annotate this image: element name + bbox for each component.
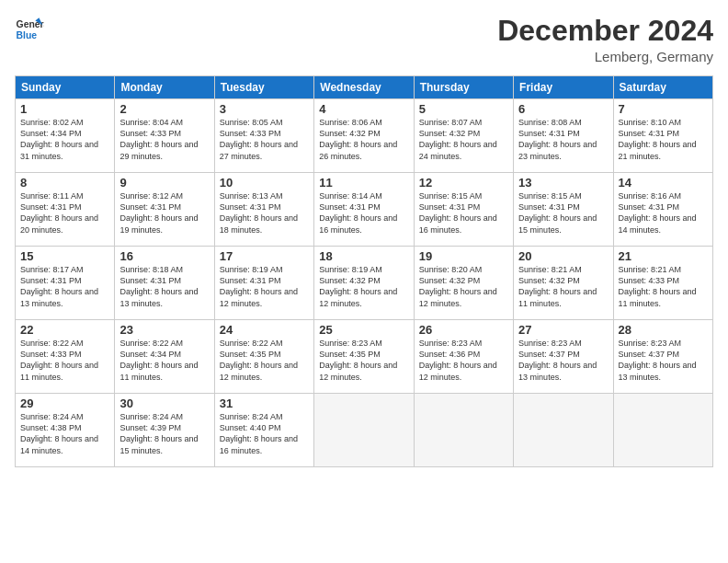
- day-number: 9: [119, 176, 209, 190]
- th-wednesday: Wednesday: [314, 76, 414, 99]
- week-row-1: 1Sunrise: 8:02 AMSunset: 4:34 PMDaylight…: [16, 99, 713, 173]
- cell-week2-day7: 14Sunrise: 8:16 AMSunset: 4:31 PMDayligh…: [613, 173, 712, 247]
- cell-info: Sunrise: 8:22 AMSunset: 4:34 PMDaylight:…: [119, 339, 198, 381]
- day-number: 25: [319, 323, 408, 337]
- day-number: 29: [20, 396, 109, 410]
- cell-info: Sunrise: 8:24 AMSunset: 4:39 PMDaylight:…: [119, 412, 198, 454]
- cell-week5-day1: 29Sunrise: 8:24 AMSunset: 4:38 PMDayligh…: [16, 394, 115, 467]
- cell-info: Sunrise: 8:23 AMSunset: 4:37 PMDaylight:…: [619, 339, 697, 381]
- cell-week5-day6: [514, 394, 613, 467]
- day-number: 3: [220, 102, 309, 116]
- cell-week3-day3: 17Sunrise: 8:19 AMSunset: 4:31 PMDayligh…: [214, 247, 313, 320]
- day-number: 24: [220, 323, 309, 337]
- day-number: 16: [119, 249, 209, 263]
- day-number: 31: [220, 396, 309, 410]
- cell-info: Sunrise: 8:06 AMSunset: 4:32 PMDaylight:…: [319, 118, 397, 160]
- cell-week3-day5: 19Sunrise: 8:20 AMSunset: 4:32 PMDayligh…: [414, 247, 513, 320]
- page-container: General Blue December 2024 Lemberg, Germ…: [0, 0, 728, 475]
- logo-icon: General Blue: [15, 15, 44, 44]
- th-monday: Monday: [115, 76, 214, 99]
- day-number: 28: [619, 323, 708, 337]
- cell-info: Sunrise: 8:19 AMSunset: 4:32 PMDaylight:…: [319, 265, 397, 307]
- cell-info: Sunrise: 8:02 AMSunset: 4:34 PMDaylight:…: [20, 118, 98, 160]
- week-row-2: 8Sunrise: 8:11 AMSunset: 4:31 PMDaylight…: [16, 173, 713, 247]
- logo: General Blue: [15, 15, 44, 44]
- cell-info: Sunrise: 8:23 AMSunset: 4:36 PMDaylight:…: [419, 339, 497, 381]
- cell-week3-day7: 21Sunrise: 8:21 AMSunset: 4:33 PMDayligh…: [613, 247, 712, 320]
- header-row: Sunday Monday Tuesday Wednesday Thursday…: [16, 76, 713, 99]
- day-number: 20: [518, 249, 608, 263]
- day-number: 22: [20, 323, 109, 337]
- week-row-5: 29Sunrise: 8:24 AMSunset: 4:38 PMDayligh…: [16, 394, 713, 467]
- cell-week2-day5: 12Sunrise: 8:15 AMSunset: 4:31 PMDayligh…: [414, 173, 513, 247]
- cell-info: Sunrise: 8:22 AMSunset: 4:35 PMDaylight:…: [220, 339, 298, 381]
- day-number: 19: [419, 249, 508, 263]
- th-sunday: Sunday: [16, 76, 115, 99]
- cell-week3-day4: 18Sunrise: 8:19 AMSunset: 4:32 PMDayligh…: [314, 247, 414, 320]
- th-tuesday: Tuesday: [214, 76, 313, 99]
- day-number: 23: [119, 323, 209, 337]
- cell-week4-day2: 23Sunrise: 8:22 AMSunset: 4:34 PMDayligh…: [115, 320, 214, 394]
- cell-week4-day6: 27Sunrise: 8:23 AMSunset: 4:37 PMDayligh…: [514, 320, 613, 394]
- cell-week1-day5: 5Sunrise: 8:07 AMSunset: 4:32 PMDaylight…: [414, 99, 513, 173]
- cell-info: Sunrise: 8:10 AMSunset: 4:31 PMDaylight:…: [619, 118, 697, 160]
- day-number: 27: [518, 323, 608, 337]
- cell-week5-day5: [414, 394, 513, 467]
- cell-info: Sunrise: 8:05 AMSunset: 4:33 PMDaylight:…: [220, 118, 298, 160]
- cell-info: Sunrise: 8:17 AMSunset: 4:31 PMDaylight:…: [20, 265, 98, 307]
- cell-week4-day5: 26Sunrise: 8:23 AMSunset: 4:36 PMDayligh…: [414, 320, 513, 394]
- day-number: 8: [20, 176, 109, 190]
- cell-week2-day4: 11Sunrise: 8:14 AMSunset: 4:31 PMDayligh…: [314, 173, 414, 247]
- day-number: 18: [319, 249, 408, 263]
- svg-text:Blue: Blue: [17, 30, 38, 40]
- day-number: 17: [220, 249, 309, 263]
- cell-info: Sunrise: 8:14 AMSunset: 4:31 PMDaylight:…: [319, 191, 397, 234]
- header: General Blue December 2024 Lemberg, Germ…: [15, 15, 713, 64]
- cell-week1-day6: 6Sunrise: 8:08 AMSunset: 4:31 PMDaylight…: [514, 99, 613, 173]
- cell-week1-day7: 7Sunrise: 8:10 AMSunset: 4:31 PMDaylight…: [613, 99, 712, 173]
- day-number: 1: [20, 102, 109, 116]
- cell-info: Sunrise: 8:22 AMSunset: 4:33 PMDaylight:…: [20, 339, 98, 381]
- cell-week3-day2: 16Sunrise: 8:18 AMSunset: 4:31 PMDayligh…: [115, 247, 214, 320]
- cell-week3-day1: 15Sunrise: 8:17 AMSunset: 4:31 PMDayligh…: [16, 247, 115, 320]
- day-number: 6: [518, 102, 608, 116]
- cell-info: Sunrise: 8:08 AMSunset: 4:31 PMDaylight:…: [518, 118, 597, 160]
- cell-week5-day2: 30Sunrise: 8:24 AMSunset: 4:39 PMDayligh…: [115, 394, 214, 467]
- day-number: 14: [619, 176, 708, 190]
- cell-info: Sunrise: 8:23 AMSunset: 4:35 PMDaylight:…: [319, 339, 397, 381]
- cell-week1-day1: 1Sunrise: 8:02 AMSunset: 4:34 PMDaylight…: [16, 99, 115, 173]
- cell-info: Sunrise: 8:21 AMSunset: 4:33 PMDaylight:…: [619, 265, 697, 307]
- cell-week5-day3: 31Sunrise: 8:24 AMSunset: 4:40 PMDayligh…: [214, 394, 313, 467]
- day-number: 13: [518, 176, 608, 190]
- cell-info: Sunrise: 8:18 AMSunset: 4:31 PMDaylight:…: [119, 265, 198, 307]
- cell-week2-day1: 8Sunrise: 8:11 AMSunset: 4:31 PMDaylight…: [16, 173, 115, 247]
- day-number: 11: [319, 176, 408, 190]
- cell-info: Sunrise: 8:24 AMSunset: 4:38 PMDaylight:…: [20, 412, 98, 454]
- cell-week1-day3: 3Sunrise: 8:05 AMSunset: 4:33 PMDaylight…: [214, 99, 313, 173]
- location: Lemberg, Germany: [497, 49, 713, 64]
- day-number: 4: [319, 102, 408, 116]
- cell-week5-day7: [613, 394, 712, 467]
- cell-week2-day6: 13Sunrise: 8:15 AMSunset: 4:31 PMDayligh…: [514, 173, 613, 247]
- cell-week2-day2: 9Sunrise: 8:12 AMSunset: 4:31 PMDaylight…: [115, 173, 214, 247]
- day-number: 21: [619, 249, 708, 263]
- th-friday: Friday: [514, 76, 613, 99]
- cell-week4-day7: 28Sunrise: 8:23 AMSunset: 4:37 PMDayligh…: [613, 320, 712, 394]
- week-row-4: 22Sunrise: 8:22 AMSunset: 4:33 PMDayligh…: [16, 320, 713, 394]
- day-number: 10: [220, 176, 309, 190]
- day-number: 15: [20, 249, 109, 263]
- cell-info: Sunrise: 8:24 AMSunset: 4:40 PMDaylight:…: [220, 412, 298, 454]
- cell-info: Sunrise: 8:12 AMSunset: 4:31 PMDaylight:…: [119, 191, 198, 234]
- cell-week5-day4: [314, 394, 414, 467]
- cell-week3-day6: 20Sunrise: 8:21 AMSunset: 4:32 PMDayligh…: [514, 247, 613, 320]
- cell-info: Sunrise: 8:21 AMSunset: 4:32 PMDaylight:…: [518, 265, 597, 307]
- cell-info: Sunrise: 8:23 AMSunset: 4:37 PMDaylight:…: [518, 339, 597, 381]
- day-number: 12: [419, 176, 508, 190]
- cell-week4-day3: 24Sunrise: 8:22 AMSunset: 4:35 PMDayligh…: [214, 320, 313, 394]
- cell-info: Sunrise: 8:11 AMSunset: 4:31 PMDaylight:…: [20, 191, 98, 234]
- cell-week4-day4: 25Sunrise: 8:23 AMSunset: 4:35 PMDayligh…: [314, 320, 414, 394]
- day-number: 5: [419, 102, 508, 116]
- cell-info: Sunrise: 8:19 AMSunset: 4:31 PMDaylight:…: [220, 265, 298, 307]
- cell-week4-day1: 22Sunrise: 8:22 AMSunset: 4:33 PMDayligh…: [16, 320, 115, 394]
- cell-info: Sunrise: 8:07 AMSunset: 4:32 PMDaylight:…: [419, 118, 497, 160]
